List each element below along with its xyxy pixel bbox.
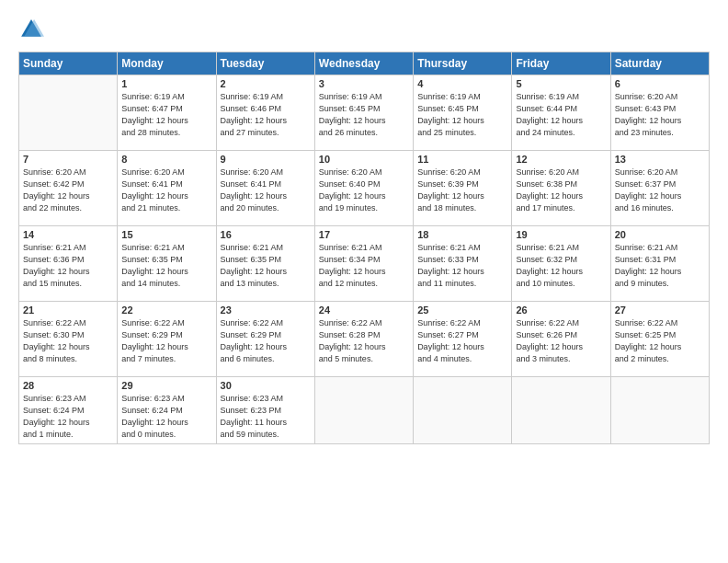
day-number: 5 (516, 78, 606, 89)
day-number: 29 (121, 380, 211, 391)
calendar-cell: 30Sunrise: 6:23 AM Sunset: 6:23 PM Dayli… (216, 377, 314, 444)
day-number: 27 (615, 304, 705, 316)
day-info: Sunrise: 6:21 AM Sunset: 6:31 PM Dayligh… (615, 242, 705, 290)
day-info: Sunrise: 6:19 AM Sunset: 6:47 PM Dayligh… (121, 91, 211, 139)
day-info: Sunrise: 6:19 AM Sunset: 6:44 PM Dayligh… (516, 91, 606, 139)
day-info: Sunrise: 6:22 AM Sunset: 6:30 PM Dayligh… (23, 317, 113, 365)
calendar-cell: 8Sunrise: 6:20 AM Sunset: 6:41 PM Daylig… (118, 151, 216, 226)
day-number: 15 (121, 229, 211, 240)
week-row-1: 7Sunrise: 6:20 AM Sunset: 6:42 PM Daylig… (19, 151, 710, 226)
day-number: 6 (615, 78, 705, 89)
calendar-cell (414, 377, 512, 444)
logo-icon (18, 17, 44, 42)
weekday-header-thursday: Thursday (414, 52, 512, 75)
weekday-header-monday: Monday (118, 52, 216, 75)
day-info: Sunrise: 6:19 AM Sunset: 6:45 PM Dayligh… (417, 91, 507, 139)
day-number: 10 (319, 154, 409, 165)
day-info: Sunrise: 6:23 AM Sunset: 6:24 PM Dayligh… (121, 393, 211, 441)
calendar-cell: 11Sunrise: 6:20 AM Sunset: 6:39 PM Dayli… (414, 151, 512, 226)
day-number: 28 (23, 380, 113, 391)
calendar-cell: 2Sunrise: 6:19 AM Sunset: 6:46 PM Daylig… (216, 75, 314, 151)
week-row-4: 28Sunrise: 6:23 AM Sunset: 6:24 PM Dayli… (19, 377, 710, 444)
day-info: Sunrise: 6:20 AM Sunset: 6:42 PM Dayligh… (23, 167, 113, 214)
calendar-cell: 12Sunrise: 6:20 AM Sunset: 6:38 PM Dayli… (512, 151, 610, 226)
day-number: 23 (221, 304, 311, 316)
calendar-cell: 24Sunrise: 6:22 AM Sunset: 6:28 PM Dayli… (314, 302, 413, 377)
day-info: Sunrise: 6:21 AM Sunset: 6:32 PM Dayligh… (516, 242, 606, 290)
calendar-cell: 27Sunrise: 6:22 AM Sunset: 6:25 PM Dayli… (610, 302, 709, 377)
calendar-cell: 5Sunrise: 6:19 AM Sunset: 6:44 PM Daylig… (512, 75, 610, 151)
calendar-cell: 17Sunrise: 6:21 AM Sunset: 6:34 PM Dayli… (314, 226, 413, 302)
day-info: Sunrise: 6:22 AM Sunset: 6:29 PM Dayligh… (121, 317, 211, 365)
day-info: Sunrise: 6:23 AM Sunset: 6:24 PM Dayligh… (23, 393, 113, 441)
week-row-0: 1Sunrise: 6:19 AM Sunset: 6:47 PM Daylig… (19, 75, 710, 151)
weekday-header-friday: Friday (512, 52, 610, 75)
calendar-cell: 21Sunrise: 6:22 AM Sunset: 6:30 PM Dayli… (19, 302, 118, 377)
day-info: Sunrise: 6:19 AM Sunset: 6:45 PM Dayligh… (319, 91, 409, 139)
calendar-cell: 10Sunrise: 6:20 AM Sunset: 6:40 PM Dayli… (314, 151, 413, 226)
day-info: Sunrise: 6:21 AM Sunset: 6:33 PM Dayligh… (417, 242, 507, 290)
day-info: Sunrise: 6:20 AM Sunset: 6:41 PM Dayligh… (121, 167, 211, 214)
day-info: Sunrise: 6:22 AM Sunset: 6:29 PM Dayligh… (221, 317, 311, 365)
calendar-cell: 13Sunrise: 6:20 AM Sunset: 6:37 PM Dayli… (610, 151, 709, 226)
day-number: 16 (221, 229, 311, 240)
calendar-cell: 22Sunrise: 6:22 AM Sunset: 6:29 PM Dayli… (118, 302, 216, 377)
calendar-cell (610, 377, 709, 444)
calendar-cell (314, 377, 413, 444)
day-info: Sunrise: 6:21 AM Sunset: 6:35 PM Dayligh… (121, 242, 211, 290)
day-info: Sunrise: 6:22 AM Sunset: 6:28 PM Dayligh… (319, 317, 409, 365)
weekday-header-sunday: Sunday (19, 52, 118, 75)
day-number: 20 (615, 229, 705, 240)
day-number: 9 (221, 154, 311, 165)
calendar-body: 1Sunrise: 6:19 AM Sunset: 6:47 PM Daylig… (19, 75, 710, 444)
weekday-header-row: SundayMondayTuesdayWednesdayThursdayFrid… (19, 52, 710, 75)
calendar-cell: 25Sunrise: 6:22 AM Sunset: 6:27 PM Dayli… (414, 302, 512, 377)
weekday-header-tuesday: Tuesday (216, 52, 314, 75)
day-info: Sunrise: 6:20 AM Sunset: 6:37 PM Dayligh… (615, 167, 705, 214)
calendar-cell: 26Sunrise: 6:22 AM Sunset: 6:26 PM Dayli… (512, 302, 610, 377)
day-number: 3 (319, 78, 409, 89)
calendar-cell: 16Sunrise: 6:21 AM Sunset: 6:35 PM Dayli… (216, 226, 314, 302)
day-info: Sunrise: 6:22 AM Sunset: 6:25 PM Dayligh… (615, 317, 705, 365)
calendar-cell: 14Sunrise: 6:21 AM Sunset: 6:36 PM Dayli… (19, 226, 118, 302)
day-info: Sunrise: 6:20 AM Sunset: 6:40 PM Dayligh… (319, 167, 409, 214)
day-number: 2 (221, 78, 311, 89)
day-info: Sunrise: 6:20 AM Sunset: 6:43 PM Dayligh… (615, 91, 705, 139)
day-number: 4 (417, 78, 507, 89)
day-number: 1 (121, 78, 211, 89)
day-info: Sunrise: 6:20 AM Sunset: 6:38 PM Dayligh… (516, 167, 606, 214)
day-number: 24 (319, 304, 409, 316)
day-number: 17 (319, 229, 409, 240)
calendar-cell (19, 75, 118, 151)
weekday-header-saturday: Saturday (610, 52, 709, 75)
page: SundayMondayTuesdayWednesdayThursdayFrid… (0, 0, 728, 563)
calendar-cell: 19Sunrise: 6:21 AM Sunset: 6:32 PM Dayli… (512, 226, 610, 302)
day-info: Sunrise: 6:23 AM Sunset: 6:23 PM Dayligh… (221, 393, 311, 441)
calendar-cell: 3Sunrise: 6:19 AM Sunset: 6:45 PM Daylig… (314, 75, 413, 151)
calendar-cell: 18Sunrise: 6:21 AM Sunset: 6:33 PM Dayli… (414, 226, 512, 302)
calendar-cell: 7Sunrise: 6:20 AM Sunset: 6:42 PM Daylig… (19, 151, 118, 226)
day-number: 21 (23, 304, 113, 316)
logo (18, 17, 48, 42)
day-number: 30 (221, 380, 311, 391)
calendar-cell (512, 377, 610, 444)
day-info: Sunrise: 6:21 AM Sunset: 6:34 PM Dayligh… (319, 242, 409, 290)
day-number: 7 (23, 154, 113, 165)
day-number: 13 (615, 154, 705, 165)
day-number: 11 (417, 154, 507, 165)
day-info: Sunrise: 6:20 AM Sunset: 6:39 PM Dayligh… (417, 167, 507, 214)
day-number: 25 (417, 304, 507, 316)
calendar-header: SundayMondayTuesdayWednesdayThursdayFrid… (19, 52, 710, 75)
day-number: 22 (121, 304, 211, 316)
calendar-table: SundayMondayTuesdayWednesdayThursdayFrid… (18, 52, 710, 444)
week-row-3: 21Sunrise: 6:22 AM Sunset: 6:30 PM Dayli… (19, 302, 710, 377)
calendar-cell: 4Sunrise: 6:19 AM Sunset: 6:45 PM Daylig… (414, 75, 512, 151)
week-row-2: 14Sunrise: 6:21 AM Sunset: 6:36 PM Dayli… (19, 226, 710, 302)
calendar-cell: 15Sunrise: 6:21 AM Sunset: 6:35 PM Dayli… (118, 226, 216, 302)
calendar-cell: 1Sunrise: 6:19 AM Sunset: 6:47 PM Daylig… (118, 75, 216, 151)
day-number: 19 (516, 229, 606, 240)
day-info: Sunrise: 6:22 AM Sunset: 6:27 PM Dayligh… (417, 317, 507, 365)
calendar-cell: 28Sunrise: 6:23 AM Sunset: 6:24 PM Dayli… (19, 377, 118, 444)
calendar-cell: 6Sunrise: 6:20 AM Sunset: 6:43 PM Daylig… (610, 75, 709, 151)
calendar-cell: 29Sunrise: 6:23 AM Sunset: 6:24 PM Dayli… (118, 377, 216, 444)
